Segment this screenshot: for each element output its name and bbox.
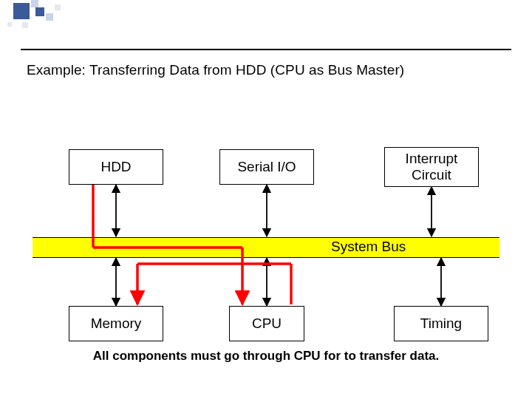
node-label: Serial I/O (237, 159, 296, 175)
node-label: Memory (91, 316, 142, 332)
node-cpu: CPU (229, 306, 304, 341)
system-bus (33, 237, 499, 258)
node-interrupt-circuit: Interrupt Circuit (384, 147, 479, 187)
node-hdd: HDD (69, 149, 163, 185)
node-memory: Memory (69, 306, 163, 341)
header-rule (21, 49, 511, 50)
slide-caption: All components must go through CPU for t… (0, 349, 532, 364)
system-bus-label: System Bus (331, 239, 406, 255)
slide-title: Example: Transferring Data from HDD (CPU… (27, 62, 404, 78)
node-label: Timing (420, 316, 462, 332)
slide: Example: Transferring Data from HDD (CPU… (0, 0, 532, 399)
node-timing: Timing (394, 306, 488, 341)
node-label: CPU (252, 316, 282, 332)
node-serial-io: Serial I/O (219, 149, 314, 185)
node-label: Interrupt Circuit (406, 151, 458, 183)
slide-corner-decoration (0, 0, 177, 30)
node-label: HDD (100, 159, 131, 175)
